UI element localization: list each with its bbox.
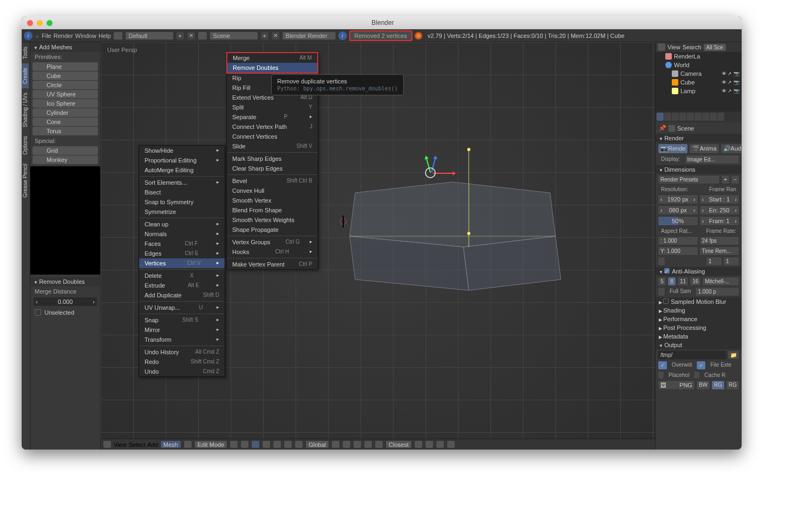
menu-item[interactable]: RedoShift Cmd Z	[139, 357, 225, 367]
menu-item[interactable]: Make Vertex ParentCtrl P	[227, 259, 318, 269]
tab-create[interactable]: Create	[22, 63, 29, 88]
fps-dropdown[interactable]: 24 fps	[699, 236, 740, 245]
snap-type-icon[interactable]	[375, 440, 383, 448]
outliner[interactable]: RenderLa World Camera👁 ↗ 📷 Cube👁 ↗ 📷 Lam…	[656, 52, 742, 112]
tab-grease-pencil[interactable]: Grease Pencil	[22, 159, 29, 202]
manipulator-icon[interactable]	[294, 440, 303, 448]
panel-smb[interactable]: Sampled Motion Blur	[656, 297, 742, 306]
rgba-button[interactable]: RG	[726, 380, 739, 390]
menu-item[interactable]: Smooth Vertex Weights	[227, 215, 318, 225]
panel-post[interactable]: Post Processing	[656, 323, 742, 332]
mode-icon[interactable]	[184, 440, 192, 448]
cache-checkbox[interactable]	[693, 371, 700, 379]
snap-target-dropdown[interactable]: Closest	[385, 440, 412, 448]
aa-5-button[interactable]: 5	[658, 277, 666, 286]
panel-shading[interactable]: Shading	[656, 306, 742, 315]
menu-item[interactable]: Proportional Editing	[139, 155, 225, 165]
lock-icon[interactable]	[353, 440, 362, 448]
menu-item[interactable]: Smooth Vertex	[227, 196, 318, 205]
display-dropdown[interactable]: Image Ed...	[685, 155, 739, 164]
unselected-checkbox[interactable]: Unselected	[30, 307, 100, 318]
menu-item[interactable]: UndoCmd Z	[139, 367, 225, 376]
add-scene-button[interactable]: +	[260, 31, 269, 40]
menu-mesh[interactable]: Mesh	[160, 440, 181, 448]
menu-item[interactable]: HooksCtrl H	[227, 247, 318, 257]
tab-render-icon[interactable]	[657, 113, 664, 121]
render-button[interactable]: 📷Rende	[658, 144, 688, 154]
panel-performance[interactable]: Performance	[656, 315, 742, 323]
tab-constraints-icon[interactable]	[695, 113, 702, 121]
folder-icon[interactable]: 📁	[728, 350, 739, 360]
border-checkbox[interactable]	[658, 257, 665, 266]
panel-dimensions[interactable]: Dimensions	[656, 165, 742, 174]
rgb-button[interactable]: RG	[711, 380, 725, 390]
menu-item[interactable]: Mirror	[139, 325, 225, 335]
menu-item[interactable]: Clear Sharp Edges	[227, 164, 318, 173]
aa-filter-dropdown[interactable]: Mitchell-...	[702, 277, 739, 286]
scene-icon[interactable]	[198, 31, 207, 40]
menu-item[interactable]: Connect Vertices	[227, 132, 318, 141]
filter-dropdown[interactable]: All Sce	[704, 44, 726, 51]
menu-item[interactable]: Undo HistoryAlt Cmd Z	[139, 347, 225, 357]
render-anim-icon[interactable]	[436, 440, 444, 448]
add-preset-button[interactable]: +	[721, 175, 730, 184]
fullsample-checkbox[interactable]	[658, 287, 665, 296]
orientation-dropdown[interactable]: Global	[305, 440, 329, 448]
editor-type-icon[interactable]	[103, 440, 112, 448]
new-input[interactable]: 1	[723, 257, 739, 266]
end-input[interactable]: ‹En: 250›	[699, 205, 740, 215]
add-plane-button[interactable]: Plane	[32, 62, 98, 71]
editor-type-icon[interactable]	[658, 43, 665, 51]
menu-item[interactable]: Remove Doubles	[227, 63, 317, 73]
menu-item[interactable]: Normals	[139, 229, 225, 239]
tab-material-icon[interactable]	[717, 113, 724, 121]
menu-file[interactable]: File	[42, 32, 51, 39]
aa-16-button[interactable]: 16	[690, 277, 701, 286]
tab-object-icon[interactable]	[687, 113, 694, 121]
menu-item[interactable]: UV Unwrap...U	[139, 303, 225, 313]
menu-item[interactable]: SlideShift V	[227, 141, 318, 151]
menu-view[interactable]: View	[667, 44, 680, 50]
add-cylinder-button[interactable]: Cylinder	[32, 108, 98, 117]
tab-layers-icon[interactable]	[664, 113, 671, 121]
aa-8-button[interactable]: 8	[667, 277, 676, 286]
remove-preset-button[interactable]: −	[731, 175, 739, 184]
add-torus-button[interactable]: Torus	[32, 127, 98, 135]
add-layout-button[interactable]: +	[176, 31, 185, 40]
step-input[interactable]: ‹Fram: 1›	[699, 216, 740, 226]
3d-viewport[interactable]: User Persp Show/HideProportional Editing…	[101, 42, 655, 450]
mode-dropdown[interactable]: Edit Mode	[194, 440, 228, 448]
tab-shading-uvs[interactable]: Shading / UVs	[22, 88, 29, 132]
menu-item[interactable]: Clean up	[139, 219, 225, 229]
menu-item[interactable]: Show/Hide	[139, 146, 225, 155]
menu-item[interactable]: SnapShift S	[139, 315, 225, 325]
render-opengl-icon[interactable]	[447, 440, 455, 448]
res-y-input[interactable]: ‹080 px›	[658, 205, 698, 215]
menu-item[interactable]: Transform	[139, 335, 225, 344]
tab-tools[interactable]: Tools	[22, 42, 29, 63]
add-cone-button[interactable]: Cone	[32, 118, 98, 126]
snap-opt-icon[interactable]	[414, 440, 423, 448]
screen-layout-icon[interactable]	[113, 31, 123, 40]
panel-add-meshes[interactable]: Add Meshes	[30, 42, 100, 52]
menu-add[interactable]: Add	[147, 441, 158, 448]
presets-dropdown[interactable]: Render Presets	[658, 175, 720, 184]
menu-item[interactable]: MergeAlt M	[227, 53, 317, 63]
render-engine-dropdown[interactable]: Blender Render	[282, 31, 336, 40]
menu-item[interactable]: VerticesCtrl V	[139, 258, 225, 268]
add-icosphere-button[interactable]: Ico Sphere	[32, 99, 98, 108]
menu-item[interactable]: AutoMerge Editing	[139, 165, 225, 175]
scene-dropdown[interactable]: Scene	[209, 31, 258, 40]
aspect-x-input[interactable]: : 1.000	[658, 236, 698, 245]
menu-item[interactable]: Mark Sharp Edges	[227, 154, 318, 164]
info-icon[interactable]: i	[24, 31, 32, 40]
aspect-y-input[interactable]: Y: 1.000	[658, 246, 698, 256]
menu-search[interactable]: Search	[683, 44, 702, 50]
percentage-slider[interactable]: 50%	[658, 216, 698, 226]
menu-item[interactable]: FacesCtrl F	[139, 239, 225, 249]
snap-icon[interactable]	[364, 440, 372, 448]
format-dropdown[interactable]: 🖼PNG	[658, 380, 695, 390]
menu-render[interactable]: Render	[54, 32, 73, 39]
start-input[interactable]: ‹Start : 1›	[699, 194, 740, 204]
add-grid-button[interactable]: Grid	[32, 146, 98, 155]
